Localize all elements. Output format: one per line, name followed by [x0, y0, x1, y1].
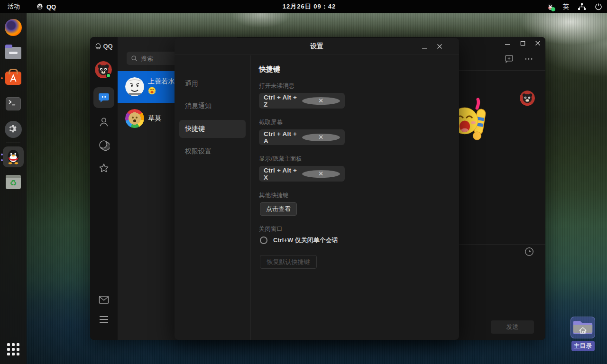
- files-icon: [5, 47, 21, 59]
- settings-nav-notifications[interactable]: 消息通知: [179, 97, 246, 115]
- shortcut-value: Ctrl + Alt + Z: [264, 94, 302, 108]
- clear-shortcut-icon[interactable]: ✕: [302, 170, 340, 178]
- network-icon[interactable]: [578, 3, 586, 10]
- online-status-dot: [106, 73, 111, 78]
- ubuntu-software-icon: [5, 72, 21, 85]
- firefox-icon: [5, 19, 22, 36]
- dock-ubuntu-software[interactable]: [4, 69, 22, 87]
- gnome-top-bar: 活动 QQ 12月26日 09：42 英: [0, 0, 607, 13]
- shortcut-label: 截取屏幕: [259, 118, 283, 127]
- dock: [0, 13, 27, 364]
- input-method-indicator[interactable]: 英: [563, 2, 569, 11]
- power-icon[interactable]: [595, 3, 602, 10]
- search-icon: [131, 55, 138, 62]
- sidebar-mail-button[interactable]: [98, 294, 110, 306]
- desktop-home-folder[interactable]: 主目录: [570, 317, 595, 351]
- shortcut-input-screenshot[interactable]: Ctrl + Alt + A ✕: [259, 129, 345, 145]
- dock-separator: [6, 143, 20, 143]
- dock-files[interactable]: [4, 44, 22, 62]
- settings-content: 快捷键 打开未读消息 Ctrl + Alt + Z ✕ 截取屏幕 Ctrl + …: [251, 55, 459, 340]
- settings-nav-permissions[interactable]: 权限设置: [179, 143, 246, 161]
- clear-shortcut-icon[interactable]: ✕: [302, 134, 340, 141]
- mail-icon: [98, 295, 110, 305]
- sidebar-menu-button[interactable]: [98, 314, 110, 325]
- message-sender-avatar[interactable]: [520, 91, 535, 106]
- tray-status-dot: [551, 7, 555, 11]
- updater-icon: [6, 175, 21, 189]
- create-chat-icon[interactable]: [504, 54, 514, 64]
- shortcut-label: 显示/隐藏主面板: [259, 155, 302, 163]
- chat-avatar-meme-face: [125, 77, 144, 96]
- dialog-titlebar: 设置: [175, 38, 459, 55]
- qq-logo-text: QQ: [103, 43, 112, 50]
- view-other-shortcuts-button[interactable]: 点击查看: [260, 202, 297, 216]
- message-history-icon[interactable]: [524, 246, 534, 257]
- send-button[interactable]: 发送: [491, 320, 534, 334]
- close-window-label: 关闭窗口: [259, 225, 283, 233]
- contacts-person-icon: [98, 116, 110, 127]
- dialog-title: 设置: [175, 38, 459, 55]
- chat-name: 上善若水: [148, 77, 175, 86]
- dock-firefox[interactable]: [4, 18, 22, 36]
- chat-bubble-icon: [98, 91, 110, 104]
- dock-settings[interactable]: [4, 120, 22, 138]
- sidebar-tab-contacts[interactable]: [98, 116, 110, 127]
- shortcut-value: Ctrl + Alt + A: [264, 130, 302, 145]
- restore-defaults-button[interactable]: 恢复默认快捷键: [260, 255, 317, 269]
- shortcut-value: Ctrl + Alt + X: [264, 167, 302, 181]
- settings-nav-general[interactable]: 通用: [179, 75, 246, 93]
- more-options-icon[interactable]: [524, 54, 534, 64]
- chat-last-message-sticker: [148, 87, 156, 95]
- sidebar-tab-favorites[interactable]: [98, 163, 110, 174]
- chat-name: 草莫: [148, 114, 161, 123]
- settings-dialog: 设置 通用 消息通知 快捷键 权限设置 快捷键 打开未读消息 Ctrl + Al…: [175, 38, 459, 340]
- focused-app-menu[interactable]: QQ: [36, 3, 56, 10]
- chat-avatar-rainbow-doge: [125, 109, 144, 128]
- shortcut-input-open-unread[interactable]: Ctrl + Alt + Z ✕: [259, 93, 345, 109]
- clear-shortcut-icon[interactable]: ✕: [302, 97, 340, 105]
- dialog-minimize-button[interactable]: [420, 42, 429, 51]
- settings-nav: 通用 消息通知 快捷键 权限设置: [175, 55, 251, 340]
- star-icon: [98, 163, 110, 174]
- close-window-option-row[interactable]: Ctrl+W 仅关闭单个会话: [260, 236, 338, 245]
- clock-menu[interactable]: 12月26日 09：42: [283, 2, 336, 11]
- radio-label: Ctrl+W 仅关闭单个会话: [273, 236, 338, 245]
- window-maximize-button[interactable]: [519, 39, 526, 47]
- focused-app-name: QQ: [46, 3, 56, 10]
- window-close-button[interactable]: [534, 39, 542, 47]
- desktop: 活动 QQ 12月26日 09：42 英: [0, 0, 607, 364]
- sidebar-tab-moments[interactable]: [98, 139, 110, 151]
- qq-penguin-icon: [36, 3, 44, 10]
- sidebar-tab-messages[interactable]: [93, 87, 114, 108]
- terminal-icon: [6, 97, 21, 110]
- home-folder-label: 主目录: [571, 341, 595, 351]
- qq-penguin-icon: [5, 149, 21, 165]
- shortcut-label: 打开未读消息: [259, 82, 294, 90]
- dock-qq[interactable]: [3, 146, 24, 167]
- qq-penguin-outline-icon: [95, 43, 101, 50]
- other-shortcuts-label: 其他快捷键: [259, 191, 289, 200]
- dock-terminal[interactable]: [4, 95, 22, 113]
- shortcut-input-toggle-panel[interactable]: Ctrl + Alt + X ✕: [259, 166, 345, 182]
- activities-button[interactable]: 活动: [8, 2, 20, 11]
- hamburger-menu-icon: [99, 315, 109, 324]
- show-applications-button[interactable]: [7, 343, 19, 355]
- dialog-close-button[interactable]: [435, 42, 444, 51]
- moon-circle-icon: [98, 139, 110, 151]
- settings-gear-icon: [5, 121, 22, 138]
- radio-button[interactable]: [260, 237, 267, 244]
- content-heading: 快捷键: [259, 65, 280, 74]
- qq-logo: QQ: [90, 43, 118, 50]
- window-minimize-button[interactable]: [504, 39, 511, 47]
- qq-sidebar: QQ: [90, 37, 118, 340]
- dock-running-dot: [1, 77, 3, 79]
- settings-nav-shortcuts[interactable]: 快捷键: [179, 120, 246, 138]
- dock-software-updater[interactable]: [4, 173, 22, 191]
- qq-tray-icon[interactable]: [546, 3, 554, 11]
- home-folder-icon: [572, 318, 593, 337]
